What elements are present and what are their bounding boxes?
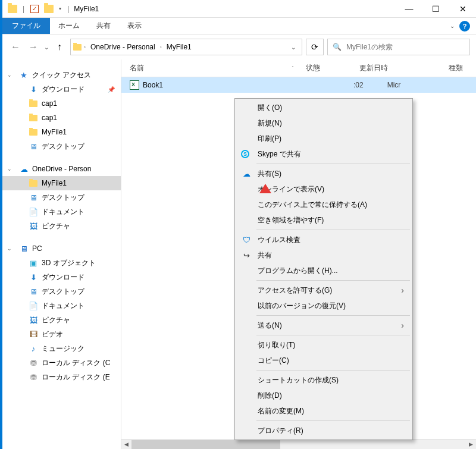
ctx-send-to[interactable]: 送る(N)› [236, 318, 411, 333]
ctx-print[interactable]: 印刷(P) [236, 131, 411, 146]
history-dropdown-icon[interactable]: ⌄ [44, 44, 49, 51]
nav-item-documents[interactable]: 📄ドキュメント [2, 299, 121, 313]
expand-icon[interactable]: ⌄ [7, 166, 13, 172]
qat-dropdown-icon[interactable]: ▾ [57, 6, 64, 11]
nav-item-folder[interactable]: MyFile1 [2, 125, 121, 139]
nav-item-3dobjects[interactable]: ▣3D オブジェクト [2, 256, 121, 270]
ctx-create-shortcut[interactable]: ショートカットの作成(S) [236, 372, 411, 388]
minimize-button[interactable]: — [396, 0, 422, 18]
ctx-always-keep[interactable]: このデバイス上で常に保持する(A) [236, 197, 411, 212]
ctx-copy[interactable]: コピー(C) [236, 353, 411, 368]
properties-check-icon[interactable]: ✓ [28, 2, 41, 15]
refresh-button[interactable]: ⟳ [306, 39, 324, 55]
nav-item-desktop[interactable]: 🖥デスクトップ [2, 190, 121, 205]
annotation-pointer-icon [259, 184, 271, 193]
help-icon[interactable]: ? [459, 21, 470, 32]
nav-item-videos[interactable]: 🎞ビデオ [2, 327, 121, 341]
up-button[interactable]: ↑ [52, 40, 67, 54]
search-input[interactable]: 🔍 MyFile1の検索 [327, 39, 470, 55]
shield-icon: 🛡 [241, 234, 252, 245]
separator [256, 164, 410, 164]
tab-view[interactable]: 表示 [119, 18, 150, 34]
breadcrumb-item[interactable]: OneDrive - Personal [88, 43, 158, 51]
nav-item-desktop[interactable]: 🖥デスクトップ [2, 139, 121, 153]
nav-item-pictures[interactable]: 🖼ピクチャ [2, 313, 121, 327]
ctx-share2[interactable]: ↪共有 [236, 247, 411, 263]
address-bar[interactable]: › OneDrive - Personal › MyFile1 ⌄ [70, 39, 302, 55]
ctx-restore-version[interactable]: 以前のバージョンの復元(V) [236, 298, 411, 313]
breadcrumb-item[interactable]: MyFile1 [164, 43, 194, 51]
column-header-name[interactable]: 名前˄ [130, 63, 306, 73]
nav-item-downloads[interactable]: ⬇ダウンロード [2, 270, 121, 284]
nav-item-myfile1[interactable]: MyFile1 [2, 176, 121, 190]
nav-pc[interactable]: ⌄🖥PC [2, 241, 121, 256]
ctx-skype-share[interactable]: SSkype で共有 [236, 146, 411, 162]
close-button[interactable]: ✕ [449, 0, 476, 18]
address-dropdown-icon[interactable]: ⌄ [287, 44, 299, 51]
file-row[interactable]: Book1 :02 Micr [121, 77, 476, 93]
download-icon: ⬇ [29, 84, 38, 94]
nav-onedrive[interactable]: ⌄☁OneDrive - Person [2, 162, 121, 176]
ctx-cut[interactable]: 切り取り(T) [236, 337, 411, 353]
ctx-open-with[interactable]: プログラムから開く(H)... [236, 263, 411, 278]
document-icon: 📄 [29, 301, 38, 310]
pin-icon: 📌 [108, 86, 115, 93]
ctx-rename[interactable]: 名前の変更(M) [236, 403, 411, 419]
desktop-icon: 🖥 [29, 193, 38, 202]
tab-share[interactable]: 共有 [88, 18, 119, 34]
maximize-button[interactable]: ☐ [422, 0, 449, 18]
scroll-right-icon[interactable]: ▶ [466, 439, 476, 450]
search-icon: 🔍 [333, 43, 342, 51]
navigation-pane: ⌄★クイック アクセス ⬇ダウンロード📌 cap1 cap1 MyFile1 🖥… [2, 59, 121, 449]
nav-item-local-disk-e[interactable]: ⛃ローカル ディスク (E [2, 370, 121, 384]
ctx-properties[interactable]: プロパティ(R) [236, 423, 411, 438]
nav-item-pictures[interactable]: 🖼ピクチャ [2, 219, 121, 233]
column-header-type[interactable]: 種類 [449, 63, 476, 73]
tab-home[interactable]: ホーム [50, 18, 88, 34]
expand-icon[interactable]: ⌄ [7, 72, 13, 78]
column-header-date[interactable]: 更新日時 [359, 63, 449, 73]
column-header-status[interactable]: 状態 [306, 63, 359, 73]
column-headers: 名前˄ 状態 更新日時 種類 [121, 59, 476, 77]
ctx-free-space[interactable]: 空き領域を増やす(F) [236, 212, 411, 228]
chevron-right-icon[interactable]: › [160, 44, 162, 50]
cloud-icon: ☁ [19, 164, 29, 174]
nav-item-documents[interactable]: 📄ドキュメント [2, 205, 121, 219]
disk-icon: ⛃ [29, 372, 38, 382]
sort-asc-icon: ˄ [292, 65, 294, 71]
nav-item-folder[interactable]: cap1 [2, 96, 121, 111]
nav-item-folder[interactable]: cap1 [2, 111, 121, 125]
picture-icon: 🖼 [29, 315, 38, 325]
music-icon: ♪ [29, 344, 38, 353]
nav-quick-access[interactable]: ⌄★クイック アクセス [2, 68, 121, 82]
tab-file[interactable]: ファイル [2, 18, 50, 34]
ctx-share[interactable]: ☁共有(S) [236, 166, 411, 181]
pc-icon: 🖥 [19, 244, 29, 253]
separator [256, 335, 410, 335]
forward-button[interactable]: → [26, 40, 40, 54]
excel-file-icon [130, 80, 139, 90]
separator [256, 280, 410, 281]
expand-icon[interactable]: ⌄ [7, 246, 13, 252]
separator: | [67, 5, 69, 13]
qat: | ✓ ▾ | [2, 2, 71, 15]
back-button[interactable]: ← [8, 40, 23, 54]
nav-item-music[interactable]: ♪ミュージック [2, 341, 121, 356]
desktop-icon: 🖥 [29, 142, 38, 151]
folder-icon [29, 127, 38, 137]
ctx-delete[interactable]: 削除(D) [236, 388, 411, 403]
horizontal-scrollbar[interactable]: ◀ ▶ [121, 439, 476, 449]
chevron-right-icon[interactable]: › [84, 44, 86, 50]
context-menu: 開く(O) 新規(N) 印刷(P) SSkype で共有 ☁共有(S) オンライ… [234, 98, 413, 440]
nav-item-local-disk-c[interactable]: ⛃ローカル ディスク (C [2, 356, 121, 370]
nav-item-downloads[interactable]: ⬇ダウンロード📌 [2, 82, 121, 96]
nav-item-desktop[interactable]: 🖥デスクトップ [2, 284, 121, 299]
scroll-left-icon[interactable]: ◀ [121, 439, 131, 450]
ribbon-collapse-icon[interactable]: ⌄ [450, 23, 455, 29]
ctx-new[interactable]: 新規(N) [236, 115, 411, 131]
ctx-open[interactable]: 開く(O) [236, 100, 411, 115]
disk-icon: ⛃ [29, 358, 38, 368]
ctx-give-access[interactable]: アクセスを許可する(G)› [236, 282, 411, 298]
ctx-virus-scan[interactable]: 🛡ウイルス検査 [236, 232, 411, 247]
scroll-thumb[interactable] [131, 440, 280, 449]
